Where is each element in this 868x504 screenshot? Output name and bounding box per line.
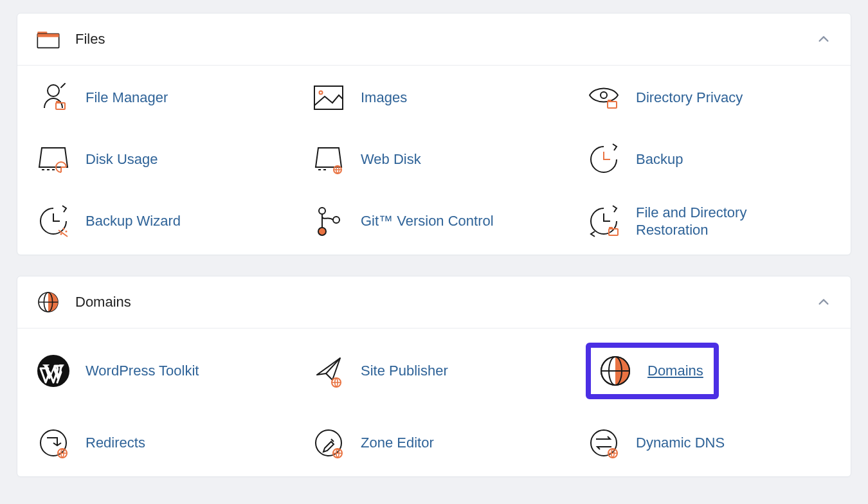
item-disk-usage[interactable]: Disk Usage <box>21 136 296 183</box>
item-label: Domains <box>647 362 703 380</box>
group-body-domains: W WordPress Toolkit Site Publis <box>17 328 851 476</box>
backup-wizard-icon <box>35 203 71 239</box>
file-manager-icon <box>35 80 71 116</box>
item-backup[interactable]: Backup <box>572 136 847 183</box>
disk-usage-icon <box>35 141 71 177</box>
svg-rect-2 <box>37 34 59 37</box>
svg-point-8 <box>601 92 607 98</box>
item-file-manager[interactable]: File Manager <box>21 75 296 121</box>
backup-icon <box>586 141 622 177</box>
item-label: Directory Privacy <box>636 89 743 107</box>
group-header-domains[interactable]: Domains <box>17 276 851 328</box>
svg-point-7 <box>320 91 323 94</box>
item-zone-editor[interactable]: Zone Editor <box>296 420 572 466</box>
item-redirects[interactable]: Redirects <box>21 420 296 466</box>
svg-rect-4 <box>56 103 65 109</box>
item-site-publisher[interactable]: Site Publisher <box>296 338 572 404</box>
site-publisher-icon <box>311 353 347 389</box>
folder-icon <box>35 26 61 52</box>
dynamic-dns-icon <box>586 425 622 461</box>
item-label: Git™ Version Control <box>361 212 494 230</box>
svg-point-21 <box>63 228 65 230</box>
directory-privacy-icon <box>586 80 622 116</box>
item-label: WordPress Toolkit <box>86 362 199 380</box>
item-label: Zone Editor <box>361 434 434 452</box>
item-label: Dynamic DNS <box>636 434 725 452</box>
svg-rect-5 <box>56 101 60 104</box>
svg-point-24 <box>319 208 325 214</box>
item-label: Site Publisher <box>361 362 448 380</box>
svg-point-47 <box>316 430 341 456</box>
svg-point-23 <box>60 233 62 235</box>
group-header-files[interactable]: Files <box>17 14 851 66</box>
group-title-domains: Domains <box>75 294 131 310</box>
svg-point-25 <box>333 217 339 223</box>
svg-point-26 <box>318 228 326 235</box>
item-label: Images <box>361 89 407 107</box>
group-domains: Domains W WordPress Toolkit <box>17 276 851 477</box>
item-dynamic-dns[interactable]: Dynamic DNS <box>572 420 847 466</box>
item-label: Backup Wizard <box>86 212 181 230</box>
item-backup-wizard[interactable]: Backup Wizard <box>21 198 296 244</box>
web-disk-icon <box>311 141 347 177</box>
item-wordpress-toolkit[interactable]: W WordPress Toolkit <box>21 338 296 404</box>
svg-point-22 <box>66 231 68 233</box>
group-files: Files File Manager <box>17 13 851 255</box>
images-icon <box>311 80 347 116</box>
domains-icon <box>597 353 633 389</box>
item-label: Disk Usage <box>86 150 158 168</box>
item-label: Backup <box>636 150 683 168</box>
svg-point-3 <box>48 85 59 96</box>
chevron-up-icon[interactable] <box>815 30 833 48</box>
svg-text:W: W <box>42 359 64 383</box>
group-title-files: Files <box>75 31 105 48</box>
highlight-box: Domains <box>586 343 719 399</box>
item-domains[interactable]: Domains <box>572 338 847 404</box>
globe-icon <box>35 289 61 315</box>
item-directory-privacy[interactable]: Directory Privacy <box>572 75 847 121</box>
chevron-up-icon[interactable] <box>815 293 833 311</box>
item-label: Web Disk <box>361 150 421 168</box>
svg-point-50 <box>591 430 617 456</box>
svg-rect-10 <box>608 100 611 102</box>
item-git-version-control[interactable]: Git™ Version Control <box>296 198 572 244</box>
item-images[interactable]: Images <box>296 75 572 121</box>
svg-rect-29 <box>609 227 613 230</box>
item-label: File Manager <box>86 89 168 107</box>
group-body-files: File Manager Images <box>17 66 851 255</box>
wordpress-icon: W <box>35 353 71 389</box>
item-label: Redirects <box>86 434 145 452</box>
svg-rect-9 <box>608 102 617 108</box>
zone-editor-icon <box>311 425 347 461</box>
item-label: File and Directory Restoration <box>636 204 764 239</box>
git-icon <box>311 203 347 239</box>
file-restoration-icon <box>586 203 622 239</box>
item-file-restoration[interactable]: File and Directory Restoration <box>572 198 847 244</box>
item-web-disk[interactable]: Web Disk <box>296 136 572 183</box>
svg-rect-6 <box>314 86 343 109</box>
redirects-icon <box>35 425 71 461</box>
